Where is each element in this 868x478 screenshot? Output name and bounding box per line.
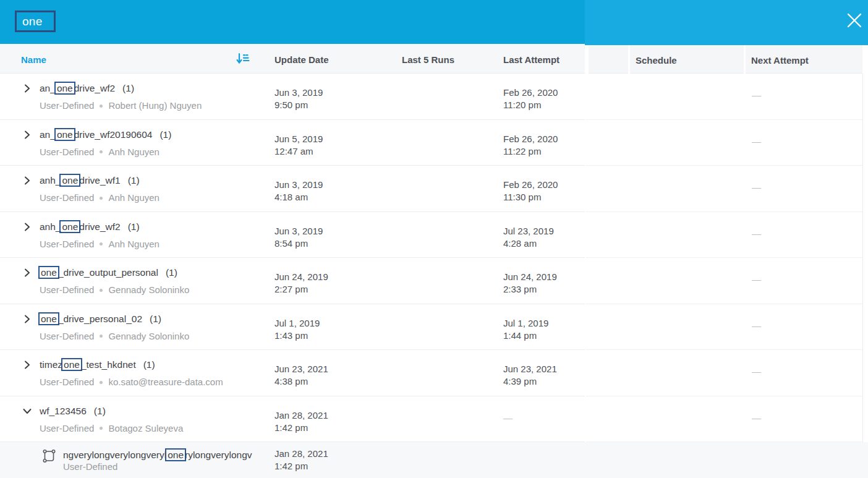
column-header-name[interactable]: Name [21,54,46,65]
column-header-schedule[interactable]: Schedule [636,55,677,66]
workflow-name[interactable]: anh_onedrive_wf1(1) [40,175,140,186]
search-value: one [22,15,43,28]
child-workflow-row[interactable]: ngverylongverylongverylonerylongverylong… [0,442,868,478]
table-row[interactable]: an_onedrive_wf2(1) User-DefinedRobert (H… [0,74,585,120]
workflow-name[interactable]: an_onedrive_wf2(1) [40,83,134,94]
last-attempt-date: Feb 26, 2020 [503,179,558,191]
table-row[interactable]: anh_onedrive_wf2(1) User-DefinedAnh Nguy… [0,212,585,258]
bullet-separator [100,105,103,108]
search-topbar-right [585,0,868,45]
table-row-right: — [586,258,862,304]
workflow-type: User-Defined [40,100,94,111]
update-time: 4:38 pm [274,375,328,388]
last-attempt-date: Jul 23, 2019 [503,225,554,237]
bullet-separator [100,381,103,384]
child-workflow-name: ngverylongverylongverylonerylongverylong… [63,450,252,461]
workflow-name[interactable]: one_drive_output_personal(1) [40,267,177,278]
last-attempt-date: Jun 24, 2019 [503,271,557,283]
update-date: Jun 3, 2019 [274,179,323,191]
workflow-type: User-Defined [40,147,94,157]
close-icon [845,11,864,30]
chevron-right-icon[interactable] [22,267,33,278]
update-date: Jul 1, 2019 [274,317,320,330]
table-row[interactable]: wf_123456(1) User-DefinedBotagoz Suleyev… [0,396,585,443]
update-time: 4:18 am [274,191,323,203]
workflow-count: (1) [122,83,134,93]
workflow-count: (1) [128,175,140,186]
search-match-highlight: one [54,128,75,141]
chevron-right-icon[interactable] [22,83,33,94]
column-header-last-5-runs[interactable]: Last 5 Runs [402,54,454,65]
workflow-count: (1) [166,267,177,278]
last-attempt-cell: Jul 23, 2019 4:28 am [503,225,554,250]
bullet-separator [100,335,103,338]
last-attempt-date: Jul 1, 2019 [503,317,548,330]
bullet-separator [100,242,103,245]
workflow-subtitle: User-DefinedRobert (Hung) Nguyen [40,100,202,111]
name-text: drive_wf2 [79,221,120,232]
update-date-cell: Jun 23, 2021 4:38 pm [274,363,328,388]
chevron-right-icon[interactable] [22,314,33,325]
workflow-name[interactable]: one_drive_personal_02(1) [40,314,161,325]
table-row-right: — [586,120,862,166]
next-attempt-empty: — [752,90,761,100]
table-row[interactable]: an_onedrive_wf20190604(1) User-DefinedAn… [0,120,585,166]
name-text: drive_wf1 [79,175,120,186]
last-attempt-time: 11:30 pm [503,191,558,203]
table-row-right: — [586,166,862,212]
workflow-name[interactable]: an_onedrive_wf20190604(1) [40,129,171,140]
workflow-owner: ko.sato@treasure-data.com [108,377,223,387]
chevron-right-icon[interactable] [22,129,33,140]
workflow-subtitle: User-DefinedGennady Soloninko [40,284,189,295]
table-row[interactable]: anh_onedrive_wf1(1) User-DefinedAnh Nguy… [0,166,585,212]
column-header-next-attempt[interactable]: Next Attempt [751,55,809,66]
chevron-right-icon[interactable] [22,175,33,186]
table-row[interactable]: one_drive_output_personal(1) User-Define… [0,258,585,304]
workflow-type: User-Defined [40,284,94,295]
chevron-right-icon[interactable] [22,221,33,233]
update-date: Jan 28, 2021 [274,409,328,422]
update-time: 1:42 pm [274,460,328,472]
workflow-name[interactable]: anh_onedrive_wf2(1) [40,221,140,233]
last-attempt-date: Feb 26, 2020 [503,133,558,145]
workflow-name[interactable]: timezone_test_hkdnet(1) [40,359,155,370]
close-search-button[interactable] [845,11,864,30]
workflow-subtitle: User-DefinedBotagoz Suleyeva [40,423,183,433]
table-row[interactable]: timezone_test_hkdnet(1) User-Definedko.s… [0,350,585,396]
search-topbar [0,0,585,44]
update-date-cell: Jun 3, 2019 4:18 am [274,179,323,203]
workflow-type: User-Defined [40,239,94,249]
workflow-owner: Gennady Soloninko [108,331,189,341]
name-text: ngverylongverylongveryl [63,450,166,460]
chevron-right-icon[interactable] [22,359,33,370]
workflow-name[interactable]: wf_123456(1) [40,406,106,417]
sort-descending-icon[interactable] [236,52,250,66]
search-match-highlight: one [59,220,80,233]
column-header-last-attempt[interactable]: Last Attempt [503,54,560,65]
workflow-subtitle: User-DefinedAnh Nguyen [40,239,160,249]
workflow-type: User-Defined [40,377,94,387]
bullet-separator [100,197,103,200]
right-pane-rows: ———————— [586,74,862,442]
last-attempt-time: 2:33 pm [503,283,557,296]
name-text: an_ [40,129,56,140]
update-date-cell: Jun 24, 2019 2:27 pm [274,271,328,296]
workflow-owner: Anh Nguyen [108,147,160,157]
update-date: Jun 24, 2019 [274,271,328,283]
last-attempt-cell: Feb 26, 2020 11:20 pm [503,87,558,111]
table-row[interactable]: one_drive_personal_02(1) User-DefinedGen… [0,304,585,351]
update-time: 8:54 pm [274,237,323,250]
workflow-type: User-Defined [40,423,94,433]
workflow-subtitle: User-Definedko.sato@treasure-data.com [40,377,223,387]
search-input[interactable]: one [15,11,56,32]
last-attempt-time: 4:28 am [503,237,554,250]
column-header-update-date[interactable]: Update Date [274,54,329,65]
last-attempt-cell: Jul 1, 2019 1:44 pm [503,317,548,342]
name-text: timez [40,359,62,370]
table-right-border [862,74,863,442]
workflow-owner: Anh Nguyen [108,192,160,203]
workflow-count: (1) [128,221,140,232]
last-attempt-empty: — [503,412,513,423]
table-row-right: — [586,212,862,258]
chevron-down-icon[interactable] [22,406,33,417]
